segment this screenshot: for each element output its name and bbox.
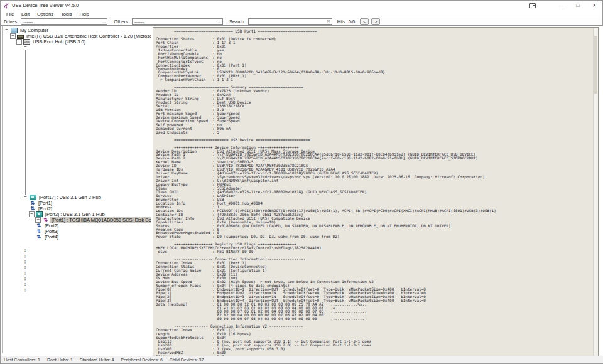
- tree-item[interactable]: −My Computer: [3, 28, 151, 33]
- ghost-icon: ↨: [23, 281, 27, 287]
- main-area: −My Computer−Intel(R) USB 3.20 eXtensibl…: [1, 26, 603, 357]
- toolbar: Drives: ------ ⌄ Others: ------ ⌄ Search…: [1, 18, 602, 26]
- port-icon: ⇅: [35, 223, 42, 228]
- tree-item-label: Intel(R) USB 3.20 eXtensible Host Contro…: [25, 33, 151, 39]
- tree-item-label: [Port3]: [43, 228, 60, 234]
- tree-item[interactable]: −[Port3] : USB 3.1 Gen 1 Hub: [3, 211, 151, 217]
- app-window: USB Device Tree Viewer V4.5.0 – □ ✕ File…: [0, 0, 603, 364]
- others-value: ------: [134, 19, 144, 24]
- collapse-icon[interactable]: −: [23, 195, 28, 200]
- host-controller-icon: [17, 35, 24, 39]
- tree-item-label: [Port4]: [43, 234, 60, 240]
- port-icon: ⇅: [35, 228, 42, 234]
- computer-icon: [11, 28, 18, 33]
- tree-item-label: USB Root Hub (USB 3.0): [31, 39, 87, 45]
- tree-item-label: [Port1]: [37, 200, 53, 206]
- menu-edit[interactable]: Edit: [18, 11, 33, 17]
- tree-item-stub[interactable]: ↨: [3, 253, 151, 259]
- collapse-icon[interactable]: −: [16, 39, 22, 45]
- status-item: Root Hubs: 1: [47, 358, 73, 362]
- ghost-icon: ↨: [23, 253, 27, 259]
- tree-item-stub[interactable]: ↨: [3, 281, 151, 287]
- ghost-icon: ↨: [23, 276, 27, 281]
- tree-item[interactable]: +⇅[Port1] : TOSHIBA MQ01ABD050 SCSI Disk…: [3, 217, 151, 223]
- port-icon: ⇅: [29, 200, 36, 206]
- tree-item-stub[interactable]: ↨: [3, 287, 151, 292]
- root-hub-icon: [23, 39, 30, 45]
- chevron-down-icon: ⌄: [102, 19, 106, 26]
- tree-item-label: [Port17] : USB 3.1 Gen 2 Hub: [38, 195, 102, 200]
- menu-tools[interactable]: Tools: [57, 11, 76, 17]
- titlebar: USB Device Tree Viewer V4.5.0 – □ ✕: [1, 1, 602, 10]
- tree-item[interactable]: ⇅[Port4]: [3, 234, 151, 240]
- tree-item-label: [Port1] : TOSHIBA MQ01ABD050 SCSI Disk D…: [50, 217, 151, 223]
- tree-item[interactable]: −Intel(R) USB 3.20 eXtensible Host Contr…: [3, 33, 151, 39]
- titlebar-device-icon: [529, 3, 536, 8]
- ghost-icon: ↨: [23, 287, 27, 292]
- vertical-scrollbar[interactable]: [593, 28, 598, 359]
- ghost-icon: ↨: [23, 259, 27, 264]
- tree-item-stub[interactable]: ↨: [3, 276, 151, 281]
- tree-item-label: My Computer: [19, 28, 50, 33]
- maximize-button[interactable]: □: [570, 1, 586, 10]
- next-hit-button[interactable]: >: [371, 18, 380, 25]
- window-title: USB Device Tree Viewer V4.5.0: [12, 3, 79, 8]
- status-item: Standard Hubs: 4: [80, 358, 114, 362]
- tree-item-label: [Port2]: [43, 223, 60, 228]
- others-combobox[interactable]: ------ ⌄: [132, 18, 223, 25]
- expand-icon[interactable]: +: [35, 217, 41, 223]
- scrollbar-thumb[interactable]: [594, 36, 597, 94]
- port-icon: ⇅: [29, 206, 36, 211]
- hub-gen2-icon: [30, 195, 36, 200]
- menubar: FileEditOptionsToolsHelp: [1, 10, 602, 18]
- menu-help[interactable]: Help: [75, 11, 92, 17]
- search-box: ✕: [248, 18, 332, 25]
- drives-label: Drives:: [4, 19, 18, 24]
- search-input[interactable]: [249, 19, 324, 24]
- tree-item-label: [Port3] : USB 3.1 Gen 1 Hub: [44, 211, 106, 217]
- hits-count: 0/0: [349, 19, 355, 24]
- tree-item[interactable]: −[Port17] : USB 3.1 Gen 2 Hub: [3, 195, 151, 200]
- tree-item[interactable]: ⇅[Port1]: [3, 200, 151, 206]
- previous-hit-button[interactable]: <: [360, 18, 369, 25]
- usb-app-icon: [3, 3, 9, 9]
- collapse-icon[interactable]: −: [10, 33, 16, 39]
- clear-search-icon[interactable]: ✕: [327, 19, 330, 24]
- minimize-button[interactable]: –: [553, 1, 570, 10]
- tree-item[interactable]: ⇅[Port2]: [3, 206, 151, 211]
- collapse-icon[interactable]: −: [4, 28, 9, 33]
- statusbar: Host Controllers: 1Root Hubs: 1Standard …: [1, 356, 603, 363]
- menu-options[interactable]: Options: [33, 11, 57, 17]
- device-details-text[interactable]: ========================== USB Port1 ===…: [153, 28, 598, 358]
- device-tree-panel: −My Computer−Intel(R) USB 3.20 eXtensibl…: [2, 26, 151, 353]
- disk-device-icon: ⇅: [42, 217, 49, 223]
- chevron-down-icon: ⌄: [218, 19, 221, 26]
- close-button[interactable]: ✕: [586, 1, 602, 10]
- tree-item[interactable]: −USB Root Hub (USB 3.0): [3, 39, 151, 45]
- status-item: Peripheral Devices: 6: [121, 358, 163, 362]
- status-item: Child Devices: 37: [170, 358, 204, 362]
- ghost-icon: ↨: [23, 270, 27, 276]
- collapse-icon[interactable]: −: [29, 211, 35, 217]
- hits-label: Hits:: [337, 19, 347, 24]
- status-item: Host Controllers: 1: [4, 358, 40, 362]
- tree-item-stub[interactable]: ↨: [3, 247, 151, 253]
- drives-combobox[interactable]: ------ ⌄: [21, 18, 107, 25]
- ghost-icon: ↨: [23, 247, 27, 253]
- search-label: Search:: [229, 19, 246, 24]
- port-icon: ⇅: [35, 234, 42, 240]
- ghost-icon: ↨: [23, 264, 27, 270]
- hub-gen1-icon: [36, 211, 43, 217]
- tree-connector-line: [25, 50, 26, 195]
- tree-item-label: [Port2]: [37, 206, 53, 211]
- tree-item-stub[interactable]: ↨: [3, 270, 151, 276]
- drives-value: ------: [23, 19, 33, 24]
- tree-item[interactable]: ⇅[Port3]: [3, 228, 151, 234]
- tree-item[interactable]: ⇅[Port2]: [3, 223, 151, 228]
- tree-item-stub[interactable]: ↨: [3, 264, 151, 270]
- details-panel: ========================== USB Port1 ===…: [153, 27, 599, 359]
- menu-file[interactable]: File: [3, 11, 18, 17]
- tree-item-stub[interactable]: ↨: [3, 259, 151, 264]
- others-label: Others:: [114, 19, 129, 24]
